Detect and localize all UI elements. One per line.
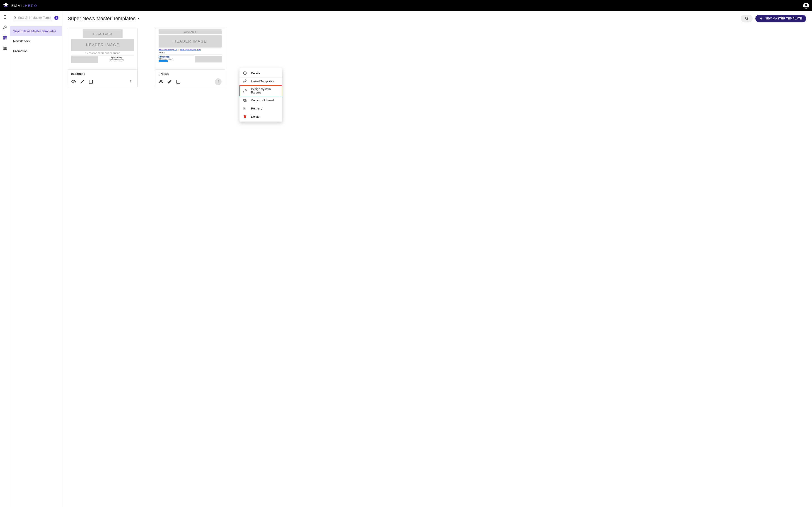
thumb-small-placeholder [71, 56, 98, 63]
ctx-copy-clipboard[interactable]: Copy to clipboard [240, 96, 282, 104]
card-body: eNews [155, 70, 225, 87]
ctx-details-label: Details [251, 71, 260, 75]
card-more-icon[interactable] [127, 78, 134, 85]
template-card-econnect: HUGE LOGO HEADER IMAGE A MESSAGE FROM OU… [68, 28, 138, 87]
template-card-enews: Wide AD 1 HEADER IMAGE Subscribe to Maga… [155, 28, 225, 87]
thumb-link-site: www.supernewscorp.com [180, 48, 201, 51]
svg-point-14 [131, 82, 131, 83]
ctx-design-system-params[interactable]: Design System Params [240, 85, 282, 96]
thumb-var-desc: {{this.description}} [100, 59, 134, 61]
side-search-input[interactable] [18, 16, 52, 19]
svg-rect-21 [244, 100, 246, 102]
side-search[interactable] [13, 15, 52, 21]
account-icon[interactable] [803, 2, 809, 9]
trash-icon [243, 115, 247, 119]
side-list: Super News Master Templates Newsletters … [10, 26, 62, 56]
thumb-var-desc: {{this.description}} [159, 58, 193, 60]
svg-point-13 [131, 81, 131, 82]
rail-clipboard-icon[interactable] [2, 14, 8, 20]
thumb-header-placeholder: HEADER IMAGE [71, 39, 134, 51]
side-item-promotion[interactable]: Promotion [10, 46, 62, 56]
card-actions [71, 78, 134, 85]
ctx-delete[interactable]: Delete [240, 112, 282, 121]
svg-point-17 [218, 80, 218, 81]
header-actions: NEW MASTER TEMPLATE [741, 15, 806, 22]
thumb-widead-placeholder: Wide AD 1 [159, 30, 221, 35]
brand-logo-icon [3, 2, 9, 9]
brand: EMAILHERO [3, 2, 37, 9]
svg-rect-4 [3, 36, 5, 38]
ctx-delete-label: Delete [251, 115, 260, 118]
side-add-button[interactable] [54, 16, 58, 20]
thumb-small-placeholder [195, 56, 221, 62]
note-add-icon[interactable] [176, 79, 181, 84]
svg-rect-6 [3, 38, 5, 40]
page-title-dropdown[interactable]: Super News Master Templates [68, 16, 140, 21]
thumb-news-label: NEWS [159, 51, 221, 54]
edit-icon[interactable] [80, 79, 85, 84]
svg-point-8 [14, 16, 16, 18]
rail-table-icon[interactable] [2, 46, 8, 51]
search-icon [13, 16, 17, 20]
svg-point-18 [218, 81, 218, 82]
edit-icon[interactable] [167, 79, 172, 84]
page-title: Super News Master Templates [68, 16, 136, 21]
note-add-icon[interactable] [88, 79, 93, 84]
copy-icon [243, 98, 247, 102]
ctx-design-label: Design System Params [251, 88, 279, 94]
thumb-link-subscribe: Subscribe to Magazine [159, 48, 177, 51]
svg-rect-22 [244, 99, 246, 101]
ctx-rename-label: Rename [251, 107, 262, 110]
preview-icon[interactable] [71, 79, 76, 84]
card-title: eConnect [71, 72, 134, 75]
rail-design-icon[interactable] [2, 25, 8, 30]
svg-rect-5 [5, 36, 7, 38]
app-header: EMAILHERO [0, 0, 812, 11]
thumb-var-title: {{this.title}} [100, 56, 134, 59]
brand-wordmark: EMAILHERO [11, 4, 37, 7]
info-icon [243, 71, 247, 75]
svg-rect-7 [3, 47, 7, 50]
ctx-copy-label: Copy to clipboard [251, 99, 274, 102]
ctx-details[interactable]: Details [240, 69, 282, 77]
rail-templates-icon[interactable] [2, 35, 8, 41]
card-thumbnail[interactable]: Wide AD 1 HEADER IMAGE Subscribe to Maga… [155, 28, 225, 70]
cards-grid: HUGE LOGO HEADER IMAGE A MESSAGE FROM OU… [68, 28, 806, 87]
card-more-icon[interactable] [215, 78, 221, 85]
side-item-newsletters[interactable]: Newsletters [10, 36, 62, 46]
brand-suffix: HERO [25, 4, 37, 7]
new-button-label: NEW MASTER TEMPLATE [765, 17, 802, 20]
thumb-var-title: {{this.title}} [159, 56, 193, 58]
rename-icon [243, 106, 247, 110]
card-title: eNews [159, 72, 221, 75]
content-area: Super News Master Templates NEW MASTER T… [62, 11, 812, 507]
ctx-linked-templates[interactable]: Linked Templates [240, 77, 282, 85]
nav-rail [0, 11, 10, 507]
card-body: eConnect [68, 70, 137, 87]
svg-point-9 [745, 17, 748, 19]
context-menu: Details Linked Templates Design System P… [240, 68, 282, 121]
content-header: Super News Master Templates NEW MASTER T… [68, 15, 806, 22]
svg-point-10 [73, 81, 74, 82]
svg-point-15 [160, 81, 162, 82]
header-search-button[interactable] [741, 15, 753, 22]
ctx-rename[interactable]: Rename [240, 104, 282, 112]
thumb-btn-placeholder [159, 60, 168, 62]
preview-icon[interactable] [159, 79, 164, 84]
thumb-logo-placeholder: HUGE LOGO [83, 30, 122, 38]
dropdown-caret-icon [137, 17, 140, 20]
side-panel: Super News Master Templates Newsletters … [10, 11, 62, 507]
app-shell: Super News Master Templates Newsletters … [0, 11, 812, 507]
card-thumbnail[interactable]: HUGE LOGO HEADER IMAGE A MESSAGE FROM OU… [68, 28, 137, 70]
search-icon [745, 16, 749, 21]
side-item-super-news[interactable]: Super News Master Templates [10, 26, 62, 36]
ctx-linked-label: Linked Templates [251, 80, 274, 83]
new-master-template-button[interactable]: NEW MASTER TEMPLATE [755, 15, 806, 22]
svg-point-1 [805, 4, 807, 6]
design-tools-icon [243, 89, 247, 93]
svg-point-19 [218, 82, 218, 83]
thumb-links: Subscribe to Magazine | www.supernewscor… [159, 48, 221, 51]
thumb-header-placeholder: HEADER IMAGE [159, 35, 221, 48]
side-search-row [10, 14, 62, 22]
brand-prefix: EMAIL [11, 4, 25, 7]
